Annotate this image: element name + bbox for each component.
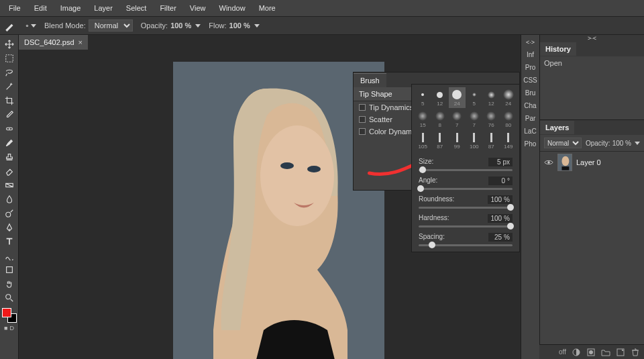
layer-blendmode-select[interactable]: Normal (544, 138, 582, 148)
svg-rect-0 (5, 55, 13, 62)
crop-tool[interactable] (2, 94, 17, 107)
close-tab-icon[interactable]: × (78, 38, 83, 46)
heal-tool[interactable] (2, 122, 17, 136)
menu-view[interactable]: View (184, 1, 212, 15)
path-tool[interactable] (2, 249, 17, 262)
pen-tool[interactable] (2, 221, 17, 234)
history-item[interactable]: Open (540, 56, 644, 72)
eyedropper-tool[interactable] (2, 108, 17, 121)
shape-tool[interactable] (2, 263, 17, 276)
collapse-handle-icon[interactable]: >·< (540, 35, 644, 42)
brush-tip[interactable]: 24 (500, 87, 517, 108)
brush-tip[interactable]: 76 (483, 109, 500, 130)
svg-point-5 (5, 295, 10, 299)
wand-tool[interactable] (2, 80, 17, 93)
flow-value[interactable]: 100 % (229, 21, 250, 30)
document-tab[interactable]: DSC_6402.psd × (19, 35, 88, 50)
brush-tip[interactable]: 99 (449, 130, 466, 151)
layer-opacity-value[interactable]: 100 % (612, 140, 631, 147)
brush-tip[interactable]: 24 (449, 87, 466, 108)
hand-tool[interactable] (2, 277, 17, 291)
opacity-label: Opacity: (141, 21, 168, 30)
brush-tip[interactable]: 105 (415, 130, 431, 151)
brush-tip[interactable]: 8 (432, 109, 449, 130)
options-bar: ∘ Blend Mode: Normal Opacity: 100 % Flow… (0, 16, 644, 35)
brush-tip[interactable]: 87 (432, 130, 449, 151)
gradient-tool[interactable] (2, 178, 17, 192)
brush-tip[interactable]: 12 (432, 87, 449, 108)
blendmode-label: Blend Mode: (44, 21, 86, 30)
status-off-label: off (559, 348, 566, 356)
menu-image[interactable]: Image (54, 1, 87, 15)
angle-slider[interactable]: Angle:0° (415, 174, 517, 193)
brush-tip[interactable]: 87 (483, 130, 500, 151)
lasso-tool[interactable] (2, 66, 17, 79)
mask-icon[interactable] (586, 348, 596, 357)
menu-layer[interactable]: Layer (88, 1, 119, 15)
dodge-tool[interactable] (2, 207, 17, 220)
panel-tab-info[interactable]: Inf (527, 51, 534, 58)
brush-tip[interactable]: 80 (500, 109, 517, 130)
layer-row[interactable]: Layer 0 (540, 152, 644, 173)
swatch-toggle[interactable]: ■D (4, 325, 14, 331)
brush-size-picker[interactable]: ∘ (24, 19, 36, 32)
brush-tip[interactable]: 7 (466, 109, 483, 130)
brush-tip[interactable]: 100 (466, 130, 483, 151)
collapsed-panels: <·> Inf Pro CSS Bru Cha Par LaC Pho (521, 35, 539, 359)
menu-file[interactable]: File (3, 1, 27, 15)
brush-tip[interactable]: 149 (500, 130, 517, 151)
brush-tip[interactable]: 5 (466, 87, 483, 108)
folder-icon[interactable] (601, 348, 610, 357)
layer-name[interactable]: Layer 0 (576, 158, 601, 166)
opacity-value[interactable]: 100 % (170, 21, 191, 30)
brush-panel-tab[interactable]: Brush (354, 73, 386, 87)
menu-window[interactable]: Window (213, 1, 252, 15)
brush-icon[interactable] (4, 19, 16, 32)
layers-panel-title[interactable]: Layers (540, 121, 574, 134)
brush-tip-grid: 5122451224158777680105879910087149 (415, 87, 517, 151)
panel-tab-brush[interactable]: Bru (525, 89, 536, 97)
new-layer-icon[interactable] (616, 348, 625, 357)
spacing-slider[interactable]: Spacing:25% (415, 230, 517, 249)
rect-select-tool[interactable] (2, 52, 17, 65)
panel-tab-photo[interactable]: Pho (525, 140, 537, 148)
visibility-icon[interactable] (544, 158, 553, 167)
layers-panel: Layers Normal Opacity:100 % Layer 0 (540, 120, 644, 359)
hardness-slider[interactable]: Hardness:100% (415, 211, 517, 230)
brush-tip[interactable]: 7 (449, 109, 466, 130)
move-tool[interactable] (2, 38, 17, 51)
brush-tips-panel: 5122451224158777680105879910087149 Size:… (411, 84, 520, 252)
brush-tip[interactable]: 12 (483, 87, 500, 108)
menu-filter[interactable]: Filter (154, 1, 182, 15)
history-panel: History Open (540, 42, 644, 120)
menu-select[interactable]: Select (120, 1, 153, 15)
collapse-handle-icon[interactable]: <·> (521, 39, 539, 46)
brush-tip[interactable]: 15 (415, 109, 431, 130)
menu-edit[interactable]: Edit (28, 1, 53, 15)
color-swatches[interactable] (2, 308, 17, 323)
blendmode-select[interactable]: Normal (89, 19, 133, 32)
text-tool[interactable] (2, 235, 17, 248)
panel-tab-css[interactable]: CSS (523, 76, 537, 84)
panel-tab-layercomps[interactable]: LaC (524, 127, 536, 135)
trash-icon[interactable] (631, 348, 640, 357)
menu-more[interactable]: More (253, 1, 282, 15)
panel-tab-properties[interactable]: Pro (525, 64, 536, 71)
svg-point-15 (589, 350, 593, 354)
brush-tip[interactable]: 5 (415, 87, 431, 108)
flow-label: Flow: (209, 21, 226, 30)
stamp-tool[interactable] (2, 150, 17, 164)
roundness-slider[interactable]: Roundness:100% (415, 193, 517, 211)
size-slider[interactable]: Size:5px (415, 155, 517, 174)
panel-tab-character[interactable]: Cha (524, 102, 536, 109)
zoom-tool[interactable] (2, 291, 17, 305)
panel-tab-paragraph[interactable]: Par (525, 115, 536, 122)
blur-tool[interactable] (2, 193, 17, 206)
history-panel-title[interactable]: History (540, 42, 576, 56)
brush-tool[interactable] (2, 136, 17, 150)
adjustment-icon[interactable] (572, 348, 581, 357)
eraser-tool[interactable] (2, 164, 17, 178)
foreground-swatch[interactable] (2, 308, 11, 317)
svg-point-9 (307, 166, 321, 172)
layer-thumbnail[interactable] (557, 154, 572, 171)
